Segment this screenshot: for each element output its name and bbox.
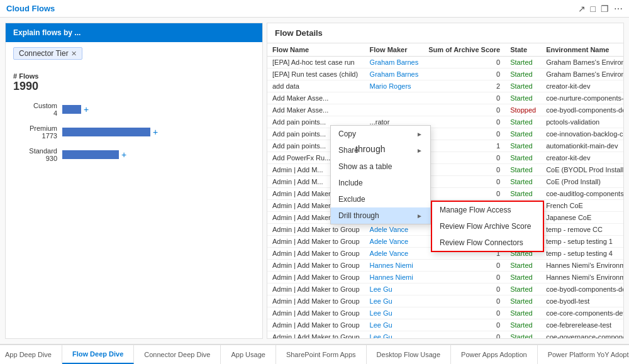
cell-archive-score: 0 bbox=[423, 176, 505, 188]
col-archive-score: Sum of Archive Score bbox=[423, 43, 505, 57]
tab-flow-deep-dive[interactable]: Flow Deep Dive bbox=[62, 345, 134, 364]
cell-env-name: Hannes Niemi's Environment bbox=[541, 260, 623, 272]
bar-custom[interactable] bbox=[62, 105, 81, 114]
cell-flow-maker[interactable]: Graham Barnes bbox=[365, 57, 424, 69]
flows-count: 1990 bbox=[13, 80, 255, 93]
cell-flow-maker[interactable] bbox=[365, 92, 424, 104]
cell-flow-maker[interactable]: Lee Gu bbox=[365, 284, 424, 295]
filter-tag-area: Connector Tier ✕ bbox=[6, 42, 262, 65]
table-row[interactable]: Admin | Add Maker to Group Hannes Niemi … bbox=[267, 272, 623, 284]
cell-flow-maker[interactable]: Lee Gu bbox=[365, 319, 424, 331]
bar-label-standard: Standard930 bbox=[13, 147, 57, 162]
tab-power-platform-yoy[interactable]: Power Platform YoY Adoption bbox=[538, 345, 629, 364]
menu-item-exclude[interactable]: Exclude bbox=[331, 191, 430, 207]
more-icon[interactable]: ⋯ bbox=[614, 4, 623, 14]
table-header: Flow Name Flow Maker Sum of Archive Scor… bbox=[267, 43, 623, 57]
cell-flow-maker[interactable]: Adele Vance bbox=[365, 236, 424, 248]
cell-state: Started bbox=[505, 319, 541, 331]
cell-state: Started bbox=[505, 69, 541, 80]
table-row[interactable]: Add pain points... ...by 1 Started autom… bbox=[267, 140, 623, 152]
table-row[interactable]: Admin | Add Maker to Group Adele Vanco 0… bbox=[267, 188, 623, 200]
col-env-name: Environment Name bbox=[541, 43, 623, 57]
cell-state: Started bbox=[505, 92, 541, 104]
cell-flow-maker[interactable]: Lee Gu bbox=[365, 295, 424, 307]
bar-label-premium: Premium1773 bbox=[13, 124, 57, 140]
tab-desktop-flow-usage[interactable]: Desktop Flow Usage bbox=[367, 345, 452, 364]
table-row[interactable]: [EPA] Ad-hoc test case run Graham Barnes… bbox=[267, 57, 623, 69]
cell-archive-score: 0 bbox=[423, 307, 505, 319]
bar-plus-premium[interactable]: + bbox=[153, 127, 158, 137]
table-row[interactable]: Add pain points... ...rator 0 Started pc… bbox=[267, 116, 623, 128]
menu-item-drill-through[interactable]: Drill through ► bbox=[331, 207, 430, 224]
cell-flow-maker[interactable]: Graham Barnes bbox=[365, 69, 424, 80]
flow-table[interactable]: Flow Name Flow Maker Sum of Archive Scor… bbox=[267, 43, 623, 338]
cell-flow-maker[interactable]: Hannes Niemi bbox=[365, 260, 424, 272]
table-row[interactable]: [EPA] Run test cases (child) Graham Barn… bbox=[267, 69, 623, 80]
menu-exclude-label: Exclude bbox=[338, 195, 365, 204]
table-row[interactable]: Admin | Add M... 0 Started CoE (Prod Ins… bbox=[267, 176, 623, 188]
cell-env-name: temp - setup testing 1 bbox=[541, 236, 623, 248]
right-panel-title: Flow Details bbox=[267, 23, 623, 43]
cell-flow-maker[interactable]: Hannes Niemi bbox=[365, 272, 424, 284]
cell-flow-maker[interactable]: Lee Gu bbox=[365, 331, 424, 339]
cell-flow-maker[interactable]: Adele Vance bbox=[365, 224, 424, 236]
expand-icon[interactable]: ❐ bbox=[601, 4, 609, 14]
filter-tag[interactable]: Connector Tier ✕ bbox=[13, 47, 82, 60]
filter-tag-close[interactable]: ✕ bbox=[71, 50, 77, 58]
share-icon[interactable]: ↗ bbox=[578, 4, 586, 14]
review-connectors-label: Review Flow Connectors bbox=[440, 238, 523, 247]
menu-include-label: Include bbox=[338, 179, 363, 187]
bar-standard[interactable] bbox=[62, 150, 119, 159]
cell-flow-maker[interactable]: Mario Rogers bbox=[365, 80, 424, 92]
table-row[interactable]: Add Maker Asse... 0 Started coe-nurture-… bbox=[267, 92, 623, 104]
cell-flow-maker[interactable] bbox=[365, 104, 424, 116]
menu-item-copy[interactable]: Copy ► bbox=[331, 126, 430, 142]
submenu-item-review-archive[interactable]: Review Flow Archive Score bbox=[432, 218, 543, 234]
submenu-item-review-connectors[interactable]: Review Flow Connectors bbox=[432, 234, 543, 251]
bar-premium[interactable] bbox=[62, 128, 150, 136]
cell-flow-name: Admin | Add Maker to Group bbox=[267, 224, 365, 236]
panel-title: Explain flows by ... bbox=[6, 23, 262, 42]
window-icon[interactable]: □ bbox=[591, 4, 596, 14]
table-row[interactable]: Admin | Add M... 0 Started CoE (BYODL Pr… bbox=[267, 164, 623, 176]
menu-item-share[interactable]: Share ► bbox=[331, 142, 430, 158]
cell-archive-score: 2 bbox=[423, 80, 505, 92]
bar-plus-custom[interactable]: + bbox=[84, 104, 89, 114]
tab-app-deep-dive[interactable]: App Deep Dive bbox=[0, 345, 62, 364]
cell-flow-maker[interactable]: Adele Vance bbox=[365, 248, 424, 260]
tab-sharepoint-form-apps[interactable]: SharePoint Form Apps bbox=[276, 345, 367, 364]
app-header: Cloud Flows ↗ □ ❐ ⋯ bbox=[0, 0, 629, 18]
menu-item-show-table[interactable]: Show as a table bbox=[331, 158, 430, 175]
cell-archive-score: 0 bbox=[423, 69, 505, 80]
submenu-item-manage-flow[interactable]: Manage Flow Access bbox=[432, 202, 543, 218]
table-row[interactable]: Admin | Add Maker to Group Hannes Niemi … bbox=[267, 260, 623, 272]
bar-plus-standard[interactable]: + bbox=[121, 150, 126, 160]
table-row[interactable]: Admin | Add Maker to Group Lee Gu 0 Star… bbox=[267, 295, 623, 307]
table-row[interactable]: Add pain points... 0 Started coe-innovat… bbox=[267, 128, 623, 140]
cell-flow-maker[interactable]: Lee Gu bbox=[365, 307, 424, 319]
cell-state: Started bbox=[505, 152, 541, 164]
menu-item-include[interactable]: Include bbox=[331, 175, 430, 191]
table-row[interactable]: Admin | Add Maker to Group Lee Gu 0 Star… bbox=[267, 284, 623, 295]
table-row[interactable]: Admin | Add Maker to Group Lee Gu 0 Star… bbox=[267, 331, 623, 339]
tab-power-apps-adoption[interactable]: Power Apps Adoption bbox=[451, 345, 538, 364]
bar-wrapper-premium: + bbox=[62, 127, 255, 137]
table-row[interactable]: add data Mario Rogers 2 Started creator-… bbox=[267, 80, 623, 92]
cell-archive-score: 0 bbox=[423, 272, 505, 284]
flow-data-table: Flow Name Flow Maker Sum of Archive Scor… bbox=[267, 43, 623, 338]
table-row[interactable]: Add PowerFx Ru... ...ers 0 Started creat… bbox=[267, 152, 623, 164]
cell-flow-name: Admin | Add Maker to Group bbox=[267, 319, 365, 331]
cell-archive-score: 0 bbox=[423, 260, 505, 272]
cell-archive-score: 0 bbox=[423, 104, 505, 116]
table-row[interactable]: Admin | Add Maker to Group Lee Gu 0 Star… bbox=[267, 319, 623, 331]
bar-section-standard: Standard930 + bbox=[13, 147, 255, 162]
tab-app-usage[interactable]: App Usage bbox=[221, 345, 276, 364]
table-row[interactable]: Add Maker Asse... 0 Stopped coe-byodl-co… bbox=[267, 104, 623, 116]
tab-connector-deep-dive[interactable]: Connector Deep Dive bbox=[134, 345, 221, 364]
bar-value-premium: 1773 bbox=[42, 132, 57, 140]
cell-archive-score: 0 bbox=[423, 57, 505, 69]
cell-env-name: CoE (Prod Install) bbox=[541, 176, 623, 188]
table-row[interactable]: Admin | Add Maker to Group Lee Gu 0 Star… bbox=[267, 307, 623, 319]
cell-archive-score: 1 bbox=[423, 140, 505, 152]
cell-flow-name: Admin | Add Maker to Group bbox=[267, 272, 365, 284]
